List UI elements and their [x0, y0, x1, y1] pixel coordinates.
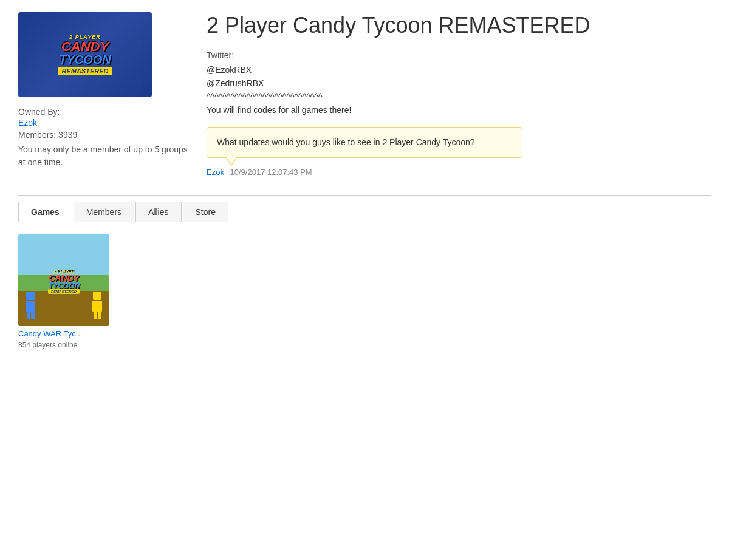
shout-author-link[interactable]: Ezok — [207, 168, 224, 177]
game-thumb-overlay: 2 PLAYER CANDY TYCOON REMASTERED — [18, 234, 109, 326]
twitter-handle2: @ZedrushRBX — [207, 78, 711, 88]
game-name-link[interactable]: Candy WAR Tyc... — [18, 329, 109, 338]
logo-remastered-text: REMASTERED — [58, 67, 112, 75]
shout-box: What updates would you guys like to see … — [207, 127, 522, 158]
tabs-header: Games Members Allies Store — [18, 202, 711, 222]
tab-allies[interactable]: Allies — [135, 202, 181, 222]
left-panel: 2 PLAYER CANDY TYCOON REMASTERED Owned B… — [18, 12, 188, 177]
twitter-label: Twitter: — [207, 50, 711, 60]
page-wrapper: 2 PLAYER CANDY TYCOON REMASTERED Owned B… — [0, 0, 729, 374]
tab-members[interactable]: Members — [74, 202, 134, 222]
right-panel: 2 Player Candy Tycoon REMASTERED Twitter… — [207, 12, 711, 177]
twitter-handle1: @EzokRBX — [207, 65, 711, 75]
group-logo: 2 PLAYER CANDY TYCOON REMASTERED — [18, 12, 152, 97]
description-divider: ^^^^^^^^^^^^^^^^^^^^^^^^^^^^^ — [207, 92, 711, 101]
shout-attribution: Ezok 10/9/2017 12:07:43 PM — [207, 168, 711, 177]
description-promo: You will find codes for all games there! — [207, 105, 711, 115]
members-count: Members: 3939 — [18, 130, 188, 140]
group-image-container: 2 PLAYER CANDY TYCOON REMASTERED — [18, 12, 152, 97]
game-players-count: 854 players online — [18, 341, 77, 349]
description-section: Twitter: @EzokRBX @ZedrushRBX ^^^^^^^^^^… — [207, 50, 711, 115]
logo-candy-text: CANDY — [61, 40, 109, 53]
membership-note: You may only be a member of up to 5 grou… — [18, 143, 188, 169]
tab-store[interactable]: Store — [183, 202, 228, 222]
tab-games[interactable]: Games — [18, 202, 72, 222]
game-thumb-inner: 2 PLAYER CANDY TYCOON REMASTERED — [18, 234, 109, 326]
tab-content-games: 2 PLAYER CANDY TYCOON REMASTERED — [18, 222, 711, 361]
group-title: 2 Player Candy Tycoon REMASTERED — [207, 12, 711, 38]
shout-timestamp: 10/9/2017 12:07:43 PM — [230, 168, 312, 177]
content-area: 2 PLAYER CANDY TYCOON REMASTERED Owned B… — [18, 12, 711, 177]
owner-link[interactable]: Ezok — [18, 118, 188, 128]
games-grid: 2 PLAYER CANDY TYCOON REMASTERED — [18, 234, 711, 349]
game-card[interactable]: 2 PLAYER CANDY TYCOON REMASTERED — [18, 234, 109, 349]
tabs-section: Games Members Allies Store — [18, 195, 711, 361]
shout-text: What updates would you guys like to see … — [217, 136, 512, 149]
game-thumbnail: 2 PLAYER CANDY TYCOON REMASTERED — [18, 234, 109, 326]
owned-by-label: Owned By: — [18, 107, 188, 117]
logo-tycoon-text: TYCOON — [59, 53, 111, 66]
